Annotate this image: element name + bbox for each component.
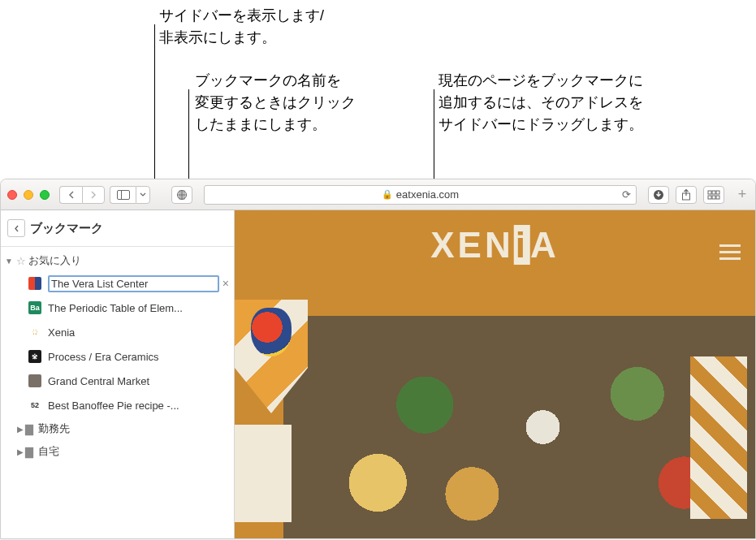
favicon: ✱ xyxy=(28,326,41,339)
close-window-button[interactable] xyxy=(7,190,17,200)
bookmarks-sidebar: ブックマーク ▼ ☆ お気に入り The Vera List Center×Ba… xyxy=(1,210,235,538)
favicon xyxy=(28,277,41,290)
reload-icon[interactable]: ⟳ xyxy=(622,188,631,201)
folder-label: 自宅 xyxy=(38,444,59,459)
hamburger-menu-icon[interactable] xyxy=(719,244,741,260)
clear-icon[interactable]: × xyxy=(222,277,229,290)
favicon: 52 xyxy=(28,399,41,412)
bookmark-item[interactable]: 52Best Banoffee Pie recipe -... xyxy=(1,393,234,417)
svg-rect-6 xyxy=(708,191,711,194)
share-button[interactable] xyxy=(676,186,697,204)
favorites-folder[interactable]: ▼ ☆ お気に入り xyxy=(1,250,234,271)
bookmark-item[interactable]: ※Process / Era Ceramics xyxy=(1,344,234,369)
callout-drag: 現在のページをブックマークに 追加するには、そのアドレスを サイドバーにドラッグ… xyxy=(438,70,643,136)
bookmark-label: Grand Central Market xyxy=(48,375,229,387)
bookmark-item[interactable]: BaThe Periodic Table of Elem... xyxy=(1,296,234,320)
favorites-label: お気に入り xyxy=(28,253,81,268)
disclosure-triangle-icon[interactable]: ▼ xyxy=(4,257,14,266)
callout-sidebar-toggle: サイドバーを表示します/ 非表示にします。 xyxy=(159,5,324,49)
svg-rect-7 xyxy=(712,191,715,194)
nav-buttons xyxy=(59,186,105,204)
tabs-button[interactable] xyxy=(703,186,724,204)
svg-rect-8 xyxy=(716,191,719,194)
hero-image xyxy=(235,300,755,538)
minimize-window-button[interactable] xyxy=(24,190,33,200)
bookmark-folder[interactable]: ▶▇自宅 xyxy=(1,440,234,463)
star-icon: ☆ xyxy=(14,255,28,267)
sidebar-toggle-group xyxy=(110,186,150,204)
sidebar-back-button[interactable] xyxy=(7,219,25,237)
bookmark-label[interactable]: The Vera List Center xyxy=(48,275,219,292)
svg-rect-3 xyxy=(179,190,185,199)
bookmark-item[interactable]: Grand Central Market xyxy=(1,369,234,393)
downloads-button[interactable] xyxy=(648,186,669,204)
window-controls xyxy=(7,190,50,200)
privacy-report-button[interactable] xyxy=(171,186,192,204)
bookmark-label: The Periodic Table of Elem... xyxy=(48,302,229,314)
safari-window: 🔒 eatxenia.com ⟳ + ブックマーク ▼ ☆ お気に入り xyxy=(0,179,756,539)
bookmark-label: Xenia xyxy=(48,326,229,339)
site-logo: XENiA xyxy=(430,225,559,266)
address-text: eatxenia.com xyxy=(396,188,459,201)
forward-button[interactable] xyxy=(82,186,105,204)
sidebar-list: ▼ ☆ お気に入り The Vera List Center×BaThe Per… xyxy=(1,247,234,466)
bookmark-item[interactable]: ✱Xenia xyxy=(1,320,234,344)
toolbar: 🔒 eatxenia.com ⟳ + xyxy=(1,179,755,210)
address-bar[interactable]: 🔒 eatxenia.com ⟳ xyxy=(204,185,637,205)
sidebar-toggle-menu[interactable] xyxy=(136,186,150,204)
svg-rect-9 xyxy=(708,196,711,199)
favicon: Ba xyxy=(28,301,41,314)
bookmark-label: Best Banoffee Pie recipe -... xyxy=(48,400,229,412)
folder-icon: ▇ xyxy=(25,446,33,458)
svg-rect-11 xyxy=(716,196,719,199)
lock-icon: 🔒 xyxy=(382,189,393,200)
favicon: ※ xyxy=(28,350,41,363)
folder-label: 勤務先 xyxy=(38,421,70,436)
sidebar-toggle-button[interactable] xyxy=(110,186,136,204)
favicon xyxy=(28,374,41,387)
callout-rename: ブックマークの名前を 変更するときはクリック したままにします。 xyxy=(195,70,356,136)
svg-rect-0 xyxy=(117,190,129,199)
bookmark-item[interactable]: The Vera List Center× xyxy=(1,271,234,296)
bookmark-folder[interactable]: ▶▇勤務先 xyxy=(1,417,234,440)
page-content: XENiA xyxy=(235,210,755,538)
folder-icon: ▇ xyxy=(25,423,33,435)
sidebar-header: ブックマーク xyxy=(1,210,234,246)
back-button[interactable] xyxy=(59,186,82,204)
disclosure-triangle-icon[interactable]: ▶ xyxy=(15,425,25,434)
disclosure-triangle-icon[interactable]: ▶ xyxy=(15,447,25,456)
svg-rect-10 xyxy=(712,196,715,199)
sidebar-title: ブックマーク xyxy=(30,221,103,236)
new-tab-button[interactable]: + xyxy=(732,179,752,210)
bookmark-label: Process / Era Ceramics xyxy=(48,351,229,363)
zoom-window-button[interactable] xyxy=(40,190,50,200)
